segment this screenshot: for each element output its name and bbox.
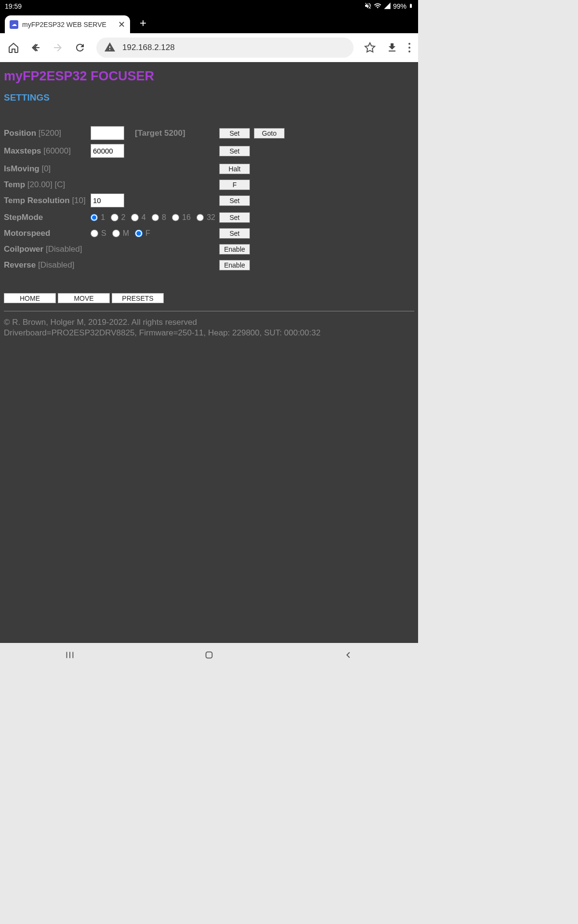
enable-reverse-button[interactable]: Enable — [219, 260, 250, 270]
input-position[interactable] — [91, 126, 124, 140]
set-tempres-button[interactable]: Set — [219, 195, 250, 206]
divider — [4, 311, 414, 311]
radio-label-motorspeed-s: S — [101, 229, 106, 238]
forward-icon — [52, 42, 64, 53]
radio-label-stepmode-2: 2 — [121, 213, 126, 222]
battery-icon — [408, 2, 413, 11]
row-stepmode: StepMode 1 2 4 8 16 32 Set — [4, 209, 414, 225]
row-temp: Temp [20.00] [C] F — [4, 177, 414, 192]
back-icon[interactable] — [30, 42, 41, 53]
page-subtitle: SETTINGS — [4, 92, 414, 103]
radio-label-motorspeed-m: M — [123, 229, 129, 238]
status-right-icons: 99% — [364, 2, 413, 11]
browser-tab[interactable]: ☁ myFP2ESP32 WEB SERVE ✕ — [5, 15, 130, 33]
radio-stepmode-2[interactable] — [111, 214, 118, 221]
row-coilpower: Coilpower [Disabled] Enable — [4, 241, 414, 257]
nav-buttons: HOME MOVE PRESETS — [4, 293, 414, 303]
radio-label-stepmode-4: 4 — [142, 213, 146, 222]
reload-icon[interactable] — [74, 42, 86, 53]
row-position: Position [5200] [Target 5200] Set Goto — [4, 125, 414, 141]
radio-label-stepmode-16: 16 — [182, 213, 191, 222]
mute-icon — [364, 2, 372, 11]
radio-stepmode-4[interactable] — [131, 214, 138, 221]
menu-icon[interactable] — [408, 43, 410, 52]
value-maxsteps: [60000] — [43, 146, 71, 155]
footer-info: Driverboard=PRO2ESP32DRV8825, Firmware=2… — [4, 328, 414, 338]
footer: © R. Brown, Holger M, 2019-2022. All rig… — [4, 317, 414, 338]
tab-title: myFP2ESP32 WEB SERVE — [22, 21, 114, 28]
radio-motorspeed-s[interactable] — [91, 230, 98, 237]
download-icon[interactable] — [386, 42, 398, 53]
radio-motorspeed-f[interactable] — [135, 230, 143, 237]
settings-table: Position [5200] [Target 5200] Set Goto M… — [4, 125, 414, 273]
row-ismoving: IsMoving [0] Halt — [4, 161, 414, 177]
tab-favicon-icon: ☁ — [10, 20, 18, 29]
back-nav-icon[interactable] — [343, 650, 354, 662]
close-tab-icon[interactable]: ✕ — [118, 19, 125, 30]
radio-label-stepmode-32: 32 — [207, 213, 215, 222]
home-nav-icon[interactable] — [204, 650, 214, 662]
goto-position-button[interactable]: Goto — [254, 128, 285, 139]
page-title: myFP2ESP32 FOCUSER — [4, 69, 414, 84]
set-maxsteps-button[interactable]: Set — [219, 146, 250, 156]
recents-icon[interactable] — [65, 650, 75, 662]
halt-button[interactable]: Halt — [219, 164, 250, 174]
value-reverse: [Disabled] — [38, 260, 75, 270]
row-reverse: Reverse [Disabled] Enable — [4, 257, 414, 273]
label-maxsteps: Maxsteps — [4, 146, 41, 155]
page-content: myFP2ESP32 FOCUSER SETTINGS Position [52… — [0, 62, 418, 643]
radio-label-stepmode-8: 8 — [162, 213, 166, 222]
input-maxsteps[interactable] — [91, 144, 124, 158]
wifi-icon — [374, 2, 381, 11]
input-tempres[interactable] — [91, 193, 124, 207]
radio-stepmode-32[interactable] — [197, 214, 204, 221]
set-position-button[interactable]: Set — [219, 128, 250, 139]
target-position: [Target 5200] — [135, 128, 219, 138]
value-temp: [20.00] [C] — [27, 180, 65, 189]
label-motorspeed: Motorspeed — [4, 229, 50, 238]
row-maxsteps: Maxsteps [60000] Set — [4, 143, 414, 159]
enable-coilpower-button[interactable]: Enable — [219, 244, 250, 255]
radio-motorspeed-m[interactable] — [112, 230, 120, 237]
value-coilpower: [Disabled] — [46, 244, 82, 254]
radio-stepmode-16[interactable] — [172, 214, 179, 221]
battery-percent: 99% — [393, 2, 407, 10]
android-status-bar: 19:59 99% — [0, 0, 418, 13]
row-tempres: Temp Resolution [10] Set — [4, 192, 414, 208]
radio-label-motorspeed-f: F — [145, 229, 150, 238]
row-motorspeed: Motorspeed S M F Set — [4, 225, 414, 241]
label-reverse: Reverse — [4, 260, 36, 270]
move-button[interactable]: MOVE — [58, 293, 110, 303]
radio-label-stepmode-1: 1 — [101, 213, 105, 222]
label-temp: Temp — [4, 180, 25, 189]
browser-toolbar: 192.168.2.128 — [0, 33, 418, 62]
radio-stepmode-8[interactable] — [152, 214, 159, 221]
radio-stepmode-1[interactable] — [91, 214, 98, 221]
label-tempres: Temp Resolution — [4, 196, 70, 205]
footer-copyright: © R. Brown, Holger M, 2019-2022. All rig… — [4, 317, 414, 328]
svg-rect-3 — [206, 652, 212, 658]
signal-icon — [383, 2, 391, 11]
android-nav-bar — [0, 643, 418, 669]
value-tempres: [10] — [72, 196, 85, 205]
insecure-icon — [104, 41, 116, 54]
browser-tab-strip: ☁ myFP2ESP32 WEB SERVE ✕ + — [0, 13, 418, 33]
home-button[interactable]: HOME — [4, 293, 56, 303]
label-stepmode: StepMode — [4, 213, 43, 222]
url-bar[interactable]: 192.168.2.128 — [96, 38, 354, 58]
set-motorspeed-button[interactable]: Set — [219, 228, 250, 239]
home-icon[interactable] — [8, 42, 19, 53]
value-ismoving: [0] — [41, 164, 51, 173]
label-position: Position — [4, 128, 36, 138]
temp-unit-button[interactable]: F — [219, 180, 250, 190]
new-tab-button[interactable]: + — [140, 16, 146, 33]
set-stepmode-button[interactable]: Set — [219, 212, 250, 223]
label-ismoving: IsMoving — [4, 164, 39, 173]
presets-button[interactable]: PRESETS — [112, 293, 164, 303]
bookmark-star-icon[interactable] — [364, 42, 376, 53]
label-coilpower: Coilpower — [4, 244, 43, 254]
url-text: 192.168.2.128 — [122, 43, 175, 52]
value-position: [5200] — [39, 128, 61, 138]
status-time: 19:59 — [5, 2, 22, 10]
